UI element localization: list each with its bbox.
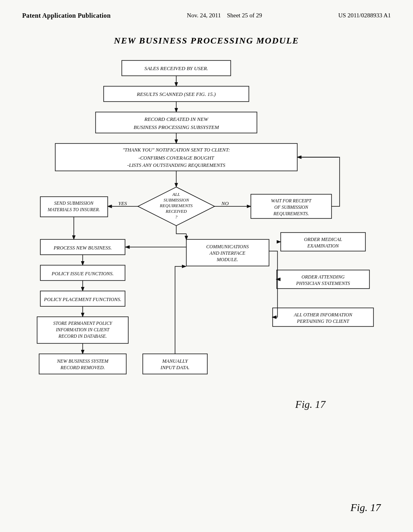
svg-rect-25 bbox=[40, 197, 108, 217]
svg-text:?: ? bbox=[175, 214, 177, 219]
svg-text:YES: YES bbox=[118, 200, 127, 206]
svg-text:INPUT DATA.: INPUT DATA. bbox=[160, 365, 190, 370]
svg-text:POLICY ISSUE FUNCTIONS.: POLICY ISSUE FUNCTIONS. bbox=[51, 271, 114, 276]
svg-text:RESULTS SCANNED (SEE FIG. 15.): RESULTS SCANNED (SEE FIG. 15.) bbox=[136, 91, 215, 97]
svg-text:PERTAINING TO CLIENT: PERTAINING TO CLIENT bbox=[296, 318, 350, 324]
svg-text:PHYSICIAN STATEMENTS: PHYSICIAN STATEMENTS bbox=[296, 281, 350, 286]
svg-text:NO: NO bbox=[221, 200, 229, 206]
svg-text:BUSINESS PROCESSING SUBSYSTEM: BUSINESS PROCESSING SUBSYSTEM bbox=[133, 124, 219, 130]
sheet-info: Sheet 25 of 29 bbox=[227, 12, 262, 19]
svg-text:-LISTS ANY OUTSTANDING REQUIRE: -LISTS ANY OUTSTANDING REQUIREMENTS bbox=[127, 162, 226, 168]
svg-text:SALES RECEIVED BY USER.: SALES RECEIVED BY USER. bbox=[144, 65, 208, 71]
diagram-title: NEW BUSINESS PROCESSING MODULE bbox=[114, 35, 299, 46]
svg-text:PROCESS NEW BUSINESS.: PROCESS NEW BUSINESS. bbox=[53, 245, 112, 251]
svg-text:MODULE.: MODULE. bbox=[217, 257, 238, 262]
svg-text:COMMUNICATIONS: COMMUNICATIONS bbox=[206, 244, 249, 249]
svg-text:-CONFIRMS COVERAGE BOUGHT: -CONFIRMS COVERAGE BOUGHT bbox=[138, 155, 215, 161]
flowchart: .t { font-family:'Times New Roman',serif… bbox=[33, 57, 380, 460]
svg-text:NEW BUSINESS SYSTEM: NEW BUSINESS SYSTEM bbox=[56, 358, 108, 364]
patent-publication-label: Patent Application Publication bbox=[22, 12, 111, 19]
header-right: US 2011/0288933 A1 bbox=[338, 12, 391, 19]
svg-text:REQUIREMENTS: REQUIREMENTS bbox=[159, 203, 193, 208]
header-left: Patent Application Publication bbox=[22, 12, 111, 19]
svg-text:POLICY PLACEMENT FUNCTIONS.: POLICY PLACEMENT FUNCTIONS. bbox=[44, 297, 121, 302]
svg-text:ORDER MEDICAL: ORDER MEDICAL bbox=[304, 237, 342, 242]
svg-text:STORE PERMANENT POLICY: STORE PERMANENT POLICY bbox=[53, 321, 113, 326]
patent-number: US 2011/0288933 A1 bbox=[338, 12, 391, 19]
svg-text:MATERIALS TO INSURER.: MATERIALS TO INSURER. bbox=[47, 207, 100, 212]
header: Patent Application Publication Nov. 24, … bbox=[0, 0, 413, 19]
svg-text:ALL: ALL bbox=[172, 192, 180, 197]
svg-text:EXAMINATION: EXAMINATION bbox=[307, 243, 339, 249]
svg-text:ALL OTHER INFORMATION: ALL OTHER INFORMATION bbox=[294, 312, 353, 318]
diagram-container: NEW BUSINESS PROCESSING MODULE .t { font… bbox=[0, 35, 413, 460]
svg-text:RECORD CREATED IN NEW: RECORD CREATED IN NEW bbox=[144, 116, 209, 122]
svg-text:RECORD IN DATABASE.: RECORD IN DATABASE. bbox=[58, 334, 107, 339]
svg-rect-49 bbox=[39, 354, 126, 374]
svg-text:WAIT FOR RECEIPT: WAIT FOR RECEIPT bbox=[271, 198, 312, 203]
svg-text:AND INTERFACE: AND INTERFACE bbox=[209, 250, 246, 256]
figure-number: Fig. 17 bbox=[350, 502, 381, 513]
svg-text:REQUIREMENTS.: REQUIREMENTS. bbox=[273, 211, 309, 216]
publication-date: Nov. 24, 2011 bbox=[187, 12, 221, 19]
svg-text:INFORMATION IN CLIENT: INFORMATION IN CLIENT bbox=[56, 327, 110, 332]
svg-text:ORDER ATTENDING: ORDER ATTENDING bbox=[301, 274, 344, 280]
svg-text:SEND SUBMISSION: SEND SUBMISSION bbox=[54, 201, 94, 206]
svg-text:MANUALLY: MANUALLY bbox=[162, 358, 189, 364]
svg-text:"THANK YOU" NOTIFICATION SENT : "THANK YOU" NOTIFICATION SENT TO CLIENT: bbox=[123, 147, 230, 153]
svg-text:RECEIVED: RECEIVED bbox=[165, 209, 187, 214]
svg-text:Fig. 17: Fig. 17 bbox=[295, 399, 326, 410]
fig-label: Fig. 17 bbox=[350, 502, 381, 514]
svg-text:OF SUBMISSION: OF SUBMISSION bbox=[274, 205, 309, 210]
svg-text:RECORD REMOVED.: RECORD REMOVED. bbox=[60, 365, 105, 370]
svg-text:SUBMISSION: SUBMISSION bbox=[164, 197, 190, 202]
header-center: Nov. 24, 2011 Sheet 25 of 29 bbox=[187, 12, 262, 19]
svg-rect-70 bbox=[143, 354, 207, 374]
page: Patent Application Publication Nov. 24, … bbox=[0, 0, 413, 532]
